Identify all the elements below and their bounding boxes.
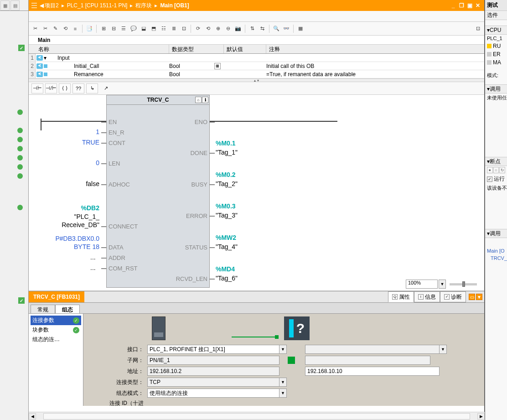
section-call-hierarchy[interactable]: ▾ 调用 bbox=[485, 229, 507, 238]
breadcrumb-item[interactable]: PLC_1 [CPU 1511-1 PN] bbox=[67, 2, 128, 9]
gutter-btn-1[interactable]: ▦ bbox=[0, 0, 10, 10]
lad-empty-box-button[interactable]: ?? bbox=[72, 83, 84, 93]
collapse-icon[interactable]: ▾ bbox=[44, 55, 47, 61]
scroll-right-button[interactable]: ▶ bbox=[477, 413, 485, 420]
toolbar-btn[interactable]: ✂ bbox=[41, 24, 50, 33]
scroll-track[interactable] bbox=[43, 413, 470, 420]
toolbar-btn[interactable]: 🔍 bbox=[272, 24, 281, 33]
lad-branch-button[interactable]: ↳ bbox=[86, 83, 98, 93]
toolbar-btn[interactable]: ⊞ bbox=[99, 24, 108, 33]
inspector-tab-properties[interactable]: Q 属性 bbox=[388, 291, 414, 302]
input-address-local[interactable] bbox=[147, 367, 279, 376]
minimize-button[interactable]: _ bbox=[450, 2, 457, 9]
toolbar-btn[interactable]: ⊡ bbox=[179, 24, 188, 33]
toolbar-btn[interactable]: ✂ bbox=[31, 24, 40, 33]
zoom-slider[interactable] bbox=[450, 283, 477, 285]
input-conn-type[interactable] bbox=[147, 378, 279, 387]
input-value[interactable]: TRUE bbox=[36, 139, 99, 146]
output-addr[interactable]: %M0.2 bbox=[216, 171, 236, 178]
toolbar-btn[interactable]: ✎ bbox=[51, 24, 60, 33]
nav-block-params[interactable]: 块参数 ✓ bbox=[31, 325, 81, 335]
section-breakpoints[interactable]: ▾ 断点 bbox=[485, 157, 507, 166]
toolbar-btn[interactable]: ⊖ bbox=[223, 24, 233, 33]
zoom-select[interactable]: 100% bbox=[406, 280, 438, 289]
inspector-expand-button[interactable]: ▼ bbox=[476, 294, 482, 300]
network-link-icon[interactable] bbox=[288, 357, 295, 364]
input-value[interactable]: 0 bbox=[36, 159, 99, 166]
breadcrumb-item[interactable]: 程序块 bbox=[135, 2, 152, 10]
col-name[interactable]: 名称 bbox=[36, 45, 169, 53]
section-call-env[interactable]: ▾ 调用 bbox=[485, 84, 507, 93]
type-dropdown-button[interactable]: ▦ bbox=[214, 63, 221, 69]
device-unknown-icon[interactable]: ? bbox=[284, 316, 310, 340]
inspector-tab-diagnostics[interactable]: ✓ 诊断 bbox=[440, 291, 466, 302]
config-tab-general[interactable]: 常规 bbox=[31, 305, 55, 313]
toolbar-btn[interactable]: ⟲ bbox=[61, 24, 70, 33]
toolbar-btn[interactable]: ⬒ bbox=[149, 24, 158, 33]
output-addr[interactable]: %MD4 bbox=[216, 265, 235, 273]
toolbar-btn[interactable]: 💬 bbox=[129, 24, 138, 33]
toolbar-btn[interactable]: 📑 bbox=[85, 24, 94, 33]
input-subnet-remote[interactable] bbox=[305, 356, 430, 365]
output-addr[interactable]: %M0.3 bbox=[216, 202, 236, 210]
interface-row[interactable]: 3 ⮜ Remanence Bool =True, if remanent da… bbox=[29, 70, 484, 78]
section-cpu[interactable]: ▾ CPU bbox=[485, 26, 507, 35]
lad-coil-button[interactable]: ⟨ ⟩ bbox=[59, 83, 71, 93]
toolbar-btn[interactable]: ⇅ bbox=[248, 24, 257, 33]
toolbar-btn[interactable]: ⟲ bbox=[203, 24, 212, 33]
device-plc-icon[interactable] bbox=[152, 316, 166, 340]
zoom-dropdown-button[interactable]: ▼ bbox=[439, 280, 446, 289]
toolbar-btn[interactable]: ⇆ bbox=[258, 24, 267, 33]
grip-icon[interactable] bbox=[31, 2, 37, 9]
close-button[interactable]: ✕ bbox=[474, 2, 481, 9]
toolbar-btn[interactable]: ☰ bbox=[119, 24, 128, 33]
lad-editor-canvas[interactable]: TRCV_C ⌂ ℹ EN EN_R CONT LEN ADHOC CONNEC… bbox=[29, 95, 484, 291]
toolbar-btn[interactable]: ⊟ bbox=[109, 24, 118, 33]
col-default[interactable]: 默认值 bbox=[224, 45, 266, 53]
inspector-tab-info[interactable]: i 信息 bbox=[414, 291, 440, 302]
function-block-trcv-c[interactable]: TRCV_C ⌂ ℹ EN EN_R CONT LEN ADHOC CONNEC… bbox=[106, 95, 210, 288]
inspector-minimize-button[interactable]: ▭ bbox=[469, 294, 475, 300]
nav-configured-conn[interactable]: 组态的连… bbox=[31, 335, 81, 344]
input-subnet[interactable] bbox=[147, 356, 279, 365]
output-addr[interactable]: %MW2 bbox=[216, 234, 236, 241]
restore-button[interactable]: ❐ bbox=[458, 2, 465, 9]
config-tab-configuration[interactable]: 组态 bbox=[55, 305, 80, 313]
bp-icon[interactable]: ○ bbox=[493, 167, 499, 173]
input-ptr[interactable]: P#DB3.DBX0.0 bbox=[36, 235, 99, 242]
dropdown-button[interactable]: ▼ bbox=[440, 345, 447, 354]
toolbar-btn[interactable]: ⟳ bbox=[193, 24, 202, 33]
dropdown-button[interactable]: ▼ bbox=[279, 378, 287, 387]
hierarchy-link-trcv[interactable]: TRCV_ bbox=[485, 254, 507, 262]
toolbar-btn[interactable]: 📷 bbox=[233, 24, 243, 33]
col-type[interactable]: 数据类型 bbox=[169, 45, 224, 53]
maximize-button[interactable]: ▣ bbox=[466, 2, 473, 9]
gutter-btn-2[interactable]: ▤ bbox=[10, 0, 20, 10]
lad-neg-contact-button[interactable]: ⊣/⊢ bbox=[45, 83, 57, 93]
lad-contact-button[interactable]: ⊣⊢ bbox=[31, 83, 43, 93]
splitter-handle[interactable] bbox=[29, 78, 484, 82]
input-value[interactable]: 1 bbox=[36, 128, 99, 135]
output-addr[interactable]: %M0.1 bbox=[216, 140, 236, 147]
bp-icon[interactable]: ↻ bbox=[499, 167, 505, 173]
input-interface-remote[interactable] bbox=[305, 345, 440, 354]
toolbar-btn[interactable]: ⬓ bbox=[139, 24, 148, 33]
col-comment[interactable]: 注释 bbox=[266, 45, 484, 53]
interface-row[interactable]: 2 ⮜ Initial_Call Bool ▦ Initial call of … bbox=[29, 62, 484, 70]
fb-config-icon[interactable]: ⌂ bbox=[195, 97, 202, 103]
run-checkbox[interactable]: ✓ bbox=[487, 176, 492, 182]
input-conf-mode[interactable] bbox=[147, 389, 279, 398]
toolbar-btn[interactable]: 👓 bbox=[282, 24, 291, 33]
input-interface[interactable] bbox=[147, 345, 279, 354]
input-address-remote[interactable] bbox=[305, 367, 440, 376]
dropdown-button[interactable]: ▼ bbox=[279, 345, 287, 354]
hierarchy-link-main[interactable]: Main [O bbox=[485, 247, 507, 254]
toolbar-btn[interactable]: ⊕ bbox=[213, 24, 222, 33]
bp-icon[interactable]: ● bbox=[487, 167, 493, 173]
lad-arrow-button[interactable]: ↗ bbox=[100, 83, 112, 93]
interface-row[interactable]: 1 ⮜▾ Input bbox=[29, 54, 484, 62]
toolbar-btn-right[interactable]: ⊡ bbox=[473, 24, 482, 33]
toolbar-btn[interactable]: ≡ bbox=[71, 24, 80, 33]
nav-connection-params[interactable]: 连接参数 ✓ bbox=[31, 316, 81, 325]
breadcrumb-item[interactable]: 项目2 bbox=[45, 2, 59, 10]
